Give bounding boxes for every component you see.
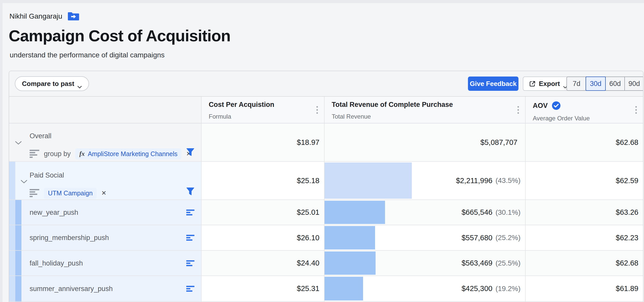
- kebab-menu-icon[interactable]: [517, 105, 519, 115]
- indent-guide: [9, 276, 15, 301]
- formula-fx-icon: fx: [79, 150, 85, 157]
- indent-guide: [15, 225, 21, 250]
- cell-cpa: $26.10: [202, 225, 325, 250]
- filter-icon[interactable]: [186, 148, 194, 158]
- report-panel: Compare to past Give Feedback Export 7d …: [9, 71, 643, 302]
- range-7d[interactable]: 7d: [567, 77, 586, 90]
- revenue-bar: [325, 162, 412, 199]
- breakdown-icon: [30, 189, 39, 197]
- cell-revenue: $2,211,996(43.5%): [325, 162, 526, 199]
- range-60d[interactable]: 60d: [605, 77, 624, 90]
- distribution-chart-icon[interactable]: [186, 235, 194, 241]
- row-group-paid-social[interactable]: Paid Social UTM Campaign ✕: [9, 162, 202, 199]
- page-subtitle: understand the performance of digital ca…: [10, 51, 165, 59]
- page-title: Campaign Cost of Acquisition: [9, 27, 230, 45]
- give-feedback-label: Give Feedback: [470, 80, 517, 88]
- column-title: Cost Per Acquistion: [209, 101, 324, 109]
- revenue-bar: [325, 226, 375, 249]
- give-feedback-button[interactable]: Give Feedback: [468, 77, 518, 91]
- indent-guide: [9, 162, 15, 199]
- breadcrumb: Nikhil Gangaraju: [9, 11, 80, 21]
- indent-guide: [15, 251, 21, 275]
- campaign-name: spring_membership_push: [30, 234, 109, 242]
- cell-aov: $62.68: [526, 251, 643, 275]
- header-cell-groups: [9, 97, 202, 123]
- pill-label: AmpliStore Marketing Channels: [88, 150, 178, 158]
- verified-badge-icon: [551, 101, 561, 110]
- export-icon: [529, 80, 536, 87]
- compare-to-past-label: Compare to past: [22, 80, 74, 88]
- table-row: spring_membership_push $26.10 $557,680(2…: [9, 225, 643, 251]
- chevron-down-icon: [77, 82, 82, 85]
- table-row: fall_holiday_push $24.40 $563,469(25.5%)…: [9, 251, 643, 276]
- revenue-bar: [325, 201, 385, 224]
- owner-name: Nikhil Gangaraju: [9, 12, 62, 20]
- kebab-menu-icon[interactable]: [635, 105, 637, 115]
- table-row: Paid Social UTM Campaign ✕ $25.18 $2,211…: [9, 162, 643, 200]
- export-label: Export: [539, 80, 560, 88]
- cell-cpa: $18.97: [202, 123, 325, 161]
- cell-revenue: $563,469(25.5%): [325, 251, 526, 275]
- compare-to-past-button[interactable]: Compare to past: [15, 76, 89, 91]
- cell-aov: $62.59: [526, 162, 643, 199]
- group-by-pill[interactable]: fx AmpliStore Marketing Channels: [75, 148, 181, 159]
- row-campaign-spring-membership-push[interactable]: spring_membership_push: [9, 225, 202, 250]
- revenue-bar: [325, 251, 376, 275]
- row-campaign-fall-holiday-push[interactable]: fall_holiday_push: [9, 251, 202, 275]
- range-90d[interactable]: 90d: [624, 77, 643, 90]
- breakdown-icon: [30, 150, 39, 158]
- table-header: Cost Per Acquistion Formula Total Revenu…: [9, 97, 643, 123]
- header-cell-cpa[interactable]: Cost Per Acquistion Formula: [202, 97, 325, 123]
- distribution-chart-icon[interactable]: [186, 260, 194, 266]
- column-subtitle: Formula: [209, 113, 324, 120]
- column-subtitle: Average Order Value: [533, 115, 643, 122]
- pill-label: UTM Campaign: [48, 190, 93, 197]
- kebab-menu-icon[interactable]: [316, 105, 318, 115]
- header-cell-revenue[interactable]: Total Revenue of Complete Purchase Total…: [325, 97, 526, 123]
- column-title: AOV: [533, 102, 548, 110]
- cell-revenue: $425,300(19.2%): [325, 276, 526, 301]
- indent-guide: [9, 251, 15, 275]
- export-button[interactable]: Export: [523, 77, 574, 91]
- chevron-down-icon[interactable]: [20, 180, 28, 184]
- row-campaign-new-year-push[interactable]: new_year_push: [9, 200, 202, 225]
- cell-aov: $63.26: [526, 200, 643, 225]
- indent-guide: [9, 225, 15, 250]
- campaign-name: summer_anniversary_push: [30, 285, 113, 293]
- cell-aov: $62.23: [526, 225, 643, 250]
- toolbar: Compare to past Give Feedback Export 7d …: [9, 71, 643, 97]
- distribution-chart-icon[interactable]: [186, 209, 194, 215]
- distribution-chart-icon[interactable]: [186, 286, 194, 292]
- window-edge-left: [0, 0, 3, 302]
- table-row: new_year_push $25.01 $665,546(30.1%) $63…: [9, 200, 643, 225]
- row-group-overall[interactable]: Overall group by fx AmpliStore Marketing…: [9, 123, 202, 161]
- group-by-pill[interactable]: UTM Campaign: [44, 188, 97, 199]
- campaign-name: new_year_push: [30, 208, 78, 216]
- column-title: Total Revenue of Complete Purchase: [332, 101, 525, 109]
- cell-revenue: $5,087,707: [325, 123, 526, 161]
- cell-cpa: $25.31: [202, 276, 325, 301]
- range-30d[interactable]: 30d: [586, 77, 606, 91]
- cell-revenue: $665,546(30.1%): [325, 200, 526, 225]
- cell-cpa: $24.40: [202, 251, 325, 275]
- group-name: Overall: [30, 132, 52, 140]
- indent-guide: [15, 276, 21, 301]
- header-cell-aov[interactable]: AOV Average Order Value: [526, 97, 643, 123]
- window-edge-top: [0, 0, 644, 3]
- chevron-down-icon[interactable]: [15, 141, 22, 145]
- group-by-label: group by: [44, 150, 71, 158]
- date-range-segmented-control: 7d 30d 60d 90d: [566, 77, 643, 91]
- close-icon[interactable]: ✕: [101, 190, 106, 197]
- indent-guide: [15, 200, 21, 225]
- cell-revenue: $557,680(25.2%): [325, 225, 526, 250]
- row-campaign-summer-anniversary-push[interactable]: summer_anniversary_push: [9, 276, 202, 301]
- cell-aov: $62.68: [526, 123, 643, 161]
- revenue-bar: [325, 277, 363, 300]
- indent-guide: [9, 200, 15, 225]
- cell-cpa: $25.01: [202, 200, 325, 225]
- group-name: Paid Social: [30, 171, 64, 179]
- filter-icon[interactable]: [186, 187, 194, 197]
- move-to-folder-icon[interactable]: [67, 11, 80, 21]
- cell-cpa: $25.18: [202, 162, 325, 199]
- table-row: summer_anniversary_push $25.31 $425,300(…: [9, 276, 643, 302]
